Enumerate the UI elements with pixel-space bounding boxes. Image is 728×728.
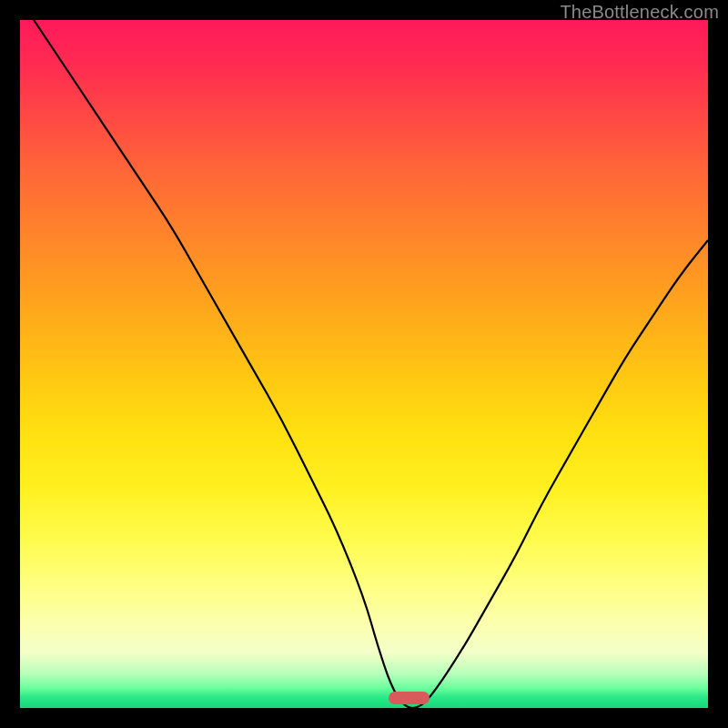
- plot-area: [20, 20, 708, 708]
- bottleneck-curve: [20, 20, 708, 708]
- chart-frame: TheBottleneck.com: [0, 0, 728, 728]
- curve-path: [34, 20, 708, 708]
- optimal-marker: [389, 692, 430, 704]
